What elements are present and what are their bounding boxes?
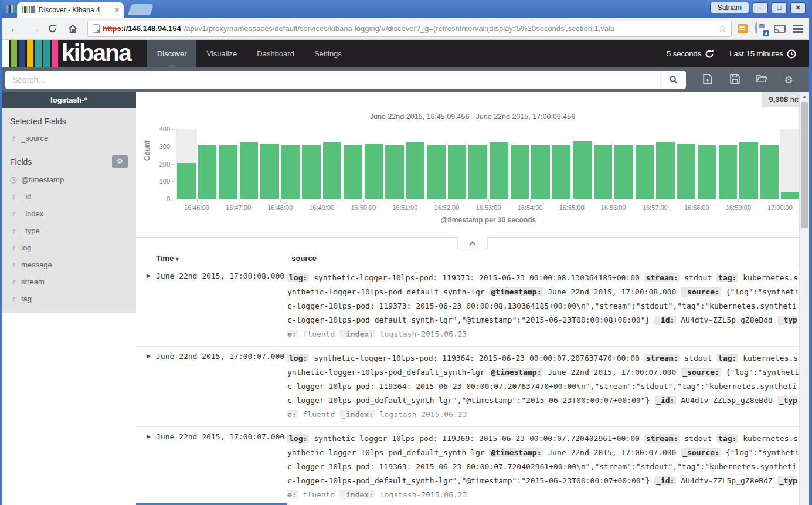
close-button[interactable]: ✕ bbox=[790, 2, 806, 13]
histogram-bar[interactable] bbox=[467, 129, 488, 199]
table-row: ▶June 22nd 2015, 17:00:07.000log: synthe… bbox=[136, 347, 809, 427]
histogram-bar[interactable] bbox=[697, 129, 718, 199]
settings-gear-icon[interactable]: ⚙ bbox=[775, 74, 802, 86]
y-tick-label: 0 bbox=[167, 195, 170, 202]
y-axis-label: Count bbox=[143, 140, 151, 161]
tab-close-icon[interactable]: × bbox=[115, 6, 119, 14]
url-bar[interactable]: https://146.148.94.154 /api/v1/proxy/nam… bbox=[87, 21, 732, 37]
x-tick-label: 16:51:00 bbox=[392, 204, 417, 211]
browser-window: Discover - Kibana 4 × Satnam – □ ✕ ← → h… bbox=[0, 0, 812, 505]
histogram-bar[interactable] bbox=[218, 129, 239, 199]
histogram-bar[interactable] bbox=[363, 129, 385, 199]
field-item-_id[interactable]: t_id bbox=[2, 188, 136, 205]
histogram-bar[interactable] bbox=[447, 129, 468, 199]
histogram-bar[interactable] bbox=[342, 129, 363, 199]
reload-icon[interactable] bbox=[47, 23, 62, 33]
histogram-bar[interactable] bbox=[718, 129, 739, 199]
open-search-icon[interactable] bbox=[748, 74, 775, 86]
histogram-bar[interactable] bbox=[239, 129, 260, 199]
browser-tab[interactable]: Discover - Kibana 4 × bbox=[17, 2, 124, 18]
field-item-_index[interactable]: t_index bbox=[2, 205, 136, 222]
field-name: tag bbox=[21, 294, 32, 303]
field-item-tag[interactable]: ttag bbox=[2, 290, 136, 307]
search-input[interactable] bbox=[5, 71, 660, 89]
text-field-icon: t bbox=[10, 210, 17, 218]
field-badge: log: bbox=[287, 273, 309, 282]
histogram-chart: Count 4003002001000 16:46:0016:47:0016:4… bbox=[136, 127, 804, 230]
nav-item-discover[interactable]: Discover bbox=[147, 40, 197, 67]
insecure-page-icon[interactable] bbox=[93, 24, 100, 33]
histogram-bar[interactable] bbox=[259, 129, 280, 199]
histogram-bar[interactable] bbox=[593, 129, 614, 199]
histogram-bar[interactable] bbox=[551, 129, 572, 199]
histogram-bar[interactable] bbox=[426, 129, 447, 199]
field-item-log[interactable]: tlog bbox=[2, 239, 136, 256]
histogram-bar[interactable] bbox=[613, 129, 634, 199]
field-badge: _type: bbox=[287, 316, 797, 338]
clock-field-icon bbox=[10, 177, 17, 184]
bookmark-star-icon[interactable]: ☆ bbox=[718, 23, 726, 34]
minimize-button[interactable]: – bbox=[753, 2, 768, 13]
field-item-_source[interactable]: t_source bbox=[2, 130, 136, 147]
histogram-bar[interactable] bbox=[488, 129, 509, 199]
histogram-bar[interactable] bbox=[176, 129, 197, 199]
field-badge: _source: bbox=[681, 448, 721, 457]
hangouts-icon[interactable]: 4 bbox=[755, 23, 767, 35]
save-search-icon[interactable] bbox=[721, 74, 748, 86]
maximize-button[interactable]: □ bbox=[772, 2, 787, 13]
histogram-bar[interactable] bbox=[780, 129, 801, 199]
refresh-interval-control[interactable]: 5 seconds bbox=[667, 49, 714, 59]
back-icon[interactable]: ← bbox=[8, 22, 22, 35]
chevron-up-icon bbox=[469, 241, 475, 248]
field-item-stream[interactable]: tstream bbox=[2, 273, 136, 290]
nav-item-settings[interactable]: Settings bbox=[304, 40, 352, 67]
scrollbar-thumb[interactable] bbox=[801, 102, 808, 228]
expand-row-icon[interactable]: ▶ bbox=[147, 351, 156, 426]
menu-icon[interactable] bbox=[793, 25, 803, 33]
histogram-bar[interactable] bbox=[655, 129, 676, 199]
histogram-bar[interactable] bbox=[384, 129, 405, 199]
discover-content: 9,308 hits June 22nd 2015, 16:45:09.456 … bbox=[136, 92, 809, 505]
field-item-_type[interactable]: t_type bbox=[2, 222, 136, 239]
y-tick-label: 400 bbox=[159, 126, 170, 133]
scroll-up-arrow-icon[interactable]: ▲ bbox=[800, 92, 809, 101]
expand-row-icon[interactable]: ▶ bbox=[147, 271, 156, 346]
histogram-bar[interactable] bbox=[759, 129, 780, 199]
histogram-bar[interactable] bbox=[634, 129, 655, 199]
nav-item-dashboard[interactable]: Dashboard bbox=[247, 40, 304, 67]
search-button[interactable] bbox=[660, 71, 686, 89]
new-tab-button[interactable] bbox=[128, 4, 154, 15]
new-search-icon[interactable] bbox=[694, 74, 721, 86]
row-source: log: synthetic-logger-10lps-pod: 119369:… bbox=[287, 432, 803, 505]
histogram-bar[interactable] bbox=[509, 129, 531, 199]
home-icon[interactable] bbox=[67, 23, 81, 33]
page-scrollbar[interactable]: ▲ bbox=[799, 92, 809, 505]
profile-button[interactable]: Satnam bbox=[710, 2, 749, 13]
time-range-control[interactable]: Last 15 minutes bbox=[729, 49, 796, 59]
extension-notes-icon[interactable] bbox=[738, 24, 748, 33]
fields-list: @timestampt_idt_indext_typetlogtmessaget… bbox=[2, 171, 136, 307]
nav-item-visualize[interactable]: Visualize bbox=[196, 40, 247, 67]
index-pattern-selector[interactable]: logstash-* bbox=[2, 92, 136, 108]
clock-icon bbox=[787, 49, 796, 59]
histogram-bar[interactable] bbox=[197, 129, 218, 199]
histogram-bar[interactable] bbox=[572, 129, 593, 199]
field-item-timestamp[interactable]: @timestamp bbox=[2, 171, 136, 188]
histogram-bar[interactable] bbox=[405, 129, 426, 199]
field-name: _source bbox=[21, 134, 48, 143]
histogram-bar[interactable] bbox=[322, 129, 343, 199]
time-column-header[interactable]: Time ▾ bbox=[156, 254, 287, 263]
histogram-bar[interactable] bbox=[676, 129, 697, 199]
histogram-bar[interactable] bbox=[280, 129, 301, 199]
selected-fields-heading: Selected Fields bbox=[2, 108, 136, 130]
collapse-chart-button[interactable] bbox=[457, 237, 488, 249]
x-axis-label: @timestamp per 30 seconds bbox=[176, 216, 801, 224]
field-item-message[interactable]: tmessage bbox=[2, 256, 136, 273]
expand-row-icon[interactable]: ▶ bbox=[147, 432, 156, 505]
histogram-bar[interactable] bbox=[738, 129, 759, 199]
time-range-label: Last 15 minutes bbox=[729, 49, 783, 58]
cast-icon[interactable] bbox=[774, 25, 786, 33]
fields-settings-gear-icon[interactable]: ⚙ bbox=[112, 155, 128, 168]
histogram-bar[interactable] bbox=[301, 129, 322, 199]
histogram-bar[interactable] bbox=[530, 129, 551, 199]
